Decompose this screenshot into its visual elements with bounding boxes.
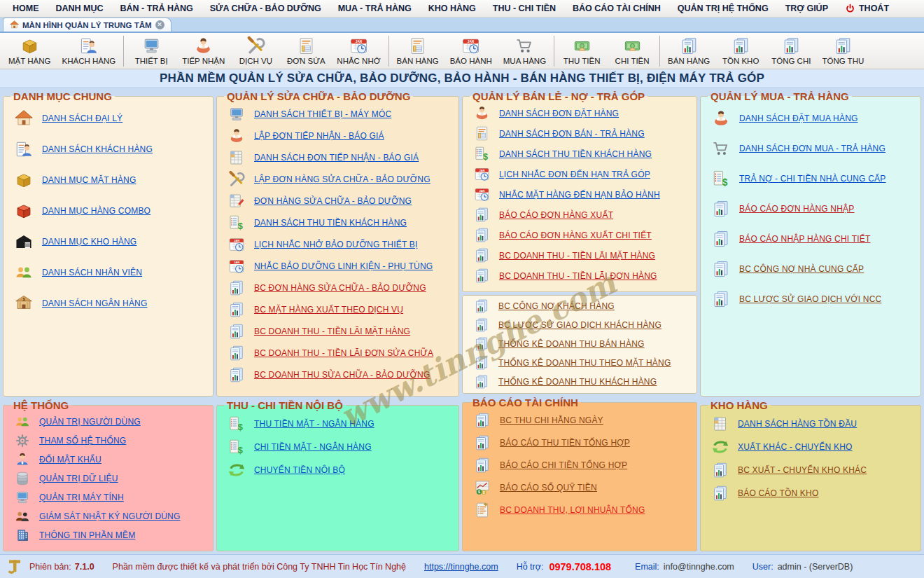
link-bao-cao-nhap-hang-chi-tiet[interactable]: BÁO CÁO NHẬP HÀNG CHI TIẾT: [739, 234, 870, 244]
link-thong-ke-doanh-thu-theo-mat-hang[interactable]: THỐNG KÊ DOANH THU THEO MẶT HÀNG: [498, 358, 671, 368]
link-danh-sach-ngan-hang[interactable]: DANH SÁCH NGÂN HÀNG: [42, 298, 147, 308]
link-danh-sach-thiet-bi-may-moc[interactable]: DANH SÁCH THIẾT BỊ - MÁY MÓC: [254, 109, 391, 119]
toolbar-button-thu-tien[interactable]: THU TIỀN: [556, 34, 607, 68]
link-bc-doanh-thu-tien-lai-don-sua-chua[interactable]: BC DOANH THU - TIỀN LÃI ĐƠN SỬA CHỮA: [254, 348, 433, 358]
toolbar-button-khach-hang[interactable]: KHÁCH HÀNG: [57, 34, 122, 68]
link-danh-sach-thu-tien-khach-hang[interactable]: DANH SÁCH THU TIỀN KHÁCH HÀNG: [254, 218, 407, 228]
menu-item-quan-tri-he-thong[interactable]: QUẢN TRỊ HỆ THỐNG: [669, 0, 777, 17]
link-chuyen-tien-noi-bo[interactable]: CHUYỂN TIỀN NỘI BỘ: [254, 465, 345, 475]
menu-item-home[interactable]: HOME: [4, 0, 48, 17]
toolbar-button-label: MUA HÀNG: [503, 57, 546, 65]
toolbar-button-don-sua[interactable]: ĐƠN SỬA: [281, 34, 331, 68]
link-danh-muc-kho-hang[interactable]: DANH MỤC KHO HÀNG: [42, 237, 136, 247]
link-quan-tri-du-lieu[interactable]: QUẢN TRỊ DỮ LIỆU: [39, 474, 118, 483]
toolbar-button-bao-hanh[interactable]: BẢO HÀNH: [444, 34, 498, 68]
link-nhac-mat-hang-den-han-bao-hanh[interactable]: NHẮC MẶT HÀNG ĐẾN HẠN BẢO HÀNH: [499, 190, 660, 200]
link-bc-cong-no-nha-cung-cap[interactable]: BC CÔNG NỢ NHÀ CUNG CẤP: [739, 264, 864, 274]
menu-item-kho-hang[interactable]: KHO HÀNG: [420, 0, 484, 17]
link-bao-cao-don-hang-xuat[interactable]: BÁO CÁO ĐƠN HÀNG XUẤT: [499, 210, 613, 220]
menu-item-tro-giup[interactable]: TRỢ GIÚP: [777, 0, 836, 17]
link-bc-doanh-thu-loi-nhuan-tong[interactable]: BC DOANH THU, LỢI NHUẬN TỔNG: [500, 505, 645, 515]
link-danh-sach-dai-ly[interactable]: DANH SÁCH ĐẠI LÝ: [42, 113, 122, 123]
link-bc-don-hang-sua-chua-bao-duong[interactable]: BC ĐƠN HÀNG SỬA CHỮA - BẢO DƯỠNG: [254, 283, 426, 293]
link-bao-cao-thu-tien-tong-hop[interactable]: BÁO CÁO THU TIỀN TỔNG HỢP: [500, 438, 630, 448]
panel-quan-ly-mua-tra-hang: QUẢN LÝ MUA - TRẢ HÀNGDANH SÁCH ĐẶT MUA …: [700, 90, 921, 397]
link-bao-cao-so-quy-tien[interactable]: BÁO CÁO SỔ QUỸ TIỀN: [500, 483, 597, 493]
toolbar-button-ton-kho[interactable]: TỒN KHO: [715, 34, 766, 68]
link-danh-sach-nhan-vien[interactable]: DANH SÁCH NHÂN VIÊN: [42, 268, 142, 277]
link-danh-sach-don-tiep-nhan-bao-gia[interactable]: DANH SÁCH ĐƠN TIẾP NHẬN - BÁO GIÁ: [254, 153, 419, 163]
link-don-hang-sua-chua-bao-duong[interactable]: ĐƠN HÀNG SỬA CHỮA - BẢO DƯỠNG: [254, 196, 412, 206]
link-tham-so-he-thong[interactable]: THAM SỐ HỆ THỐNG: [39, 436, 126, 446]
toolbar-button-mat-hang[interactable]: MẶT HÀNG: [3, 34, 57, 68]
staff-icon: [15, 414, 30, 429]
link-doi-mat-khau[interactable]: ĐỔI MẬT KHẨU: [39, 455, 102, 465]
toolbar-button-mua-hang[interactable]: MUA HÀNG: [498, 34, 552, 68]
link-quan-tri-may-tinh[interactable]: QUẢN TRỊ MÁY TÍNH: [39, 493, 124, 502]
link-lich-nhac-don-den-han-tra-gop[interactable]: LỊCH NHẮC ĐƠN ĐẾN HẠN TRẢ GÓP: [499, 170, 650, 179]
tab-man-hinh-quan-ly-trung-tam[interactable]: MÀN HÌNH QUẢN LÝ TRUNG TÂM ✕: [3, 18, 172, 32]
link-danh-muc-mat-hang[interactable]: DANH MỤC MẶT HÀNG: [42, 175, 136, 185]
menu-link-row: BÁO CÁO TỒN KHO: [706, 481, 918, 504]
menu-item-bao-cao-tai-chinh[interactable]: BÁO CÁO TÀI CHÍNH: [564, 0, 669, 17]
link-chi-tien-mat-ngan-hang[interactable]: CHI TIỀN MẶT - NGÂN HÀNG: [254, 442, 372, 452]
link-bc-doanh-thu-sua-chua-bao-duong[interactable]: BC DOANH THU SỬA CHỮA - BẢO DƯỠNG: [254, 370, 430, 380]
link-bc-xuat-chuyen-kho-khac[interactable]: BC XUẤT - CHUYỂN KHO KHÁC: [738, 465, 867, 475]
toolbar-button-ban-hang[interactable]: BÁN HÀNG: [391, 34, 444, 68]
link-danh-sach-hang-ton-dau[interactable]: DANH SÁCH HÀNG TỒN ĐẦU: [738, 419, 857, 429]
menu-link-row: LỊCH NHẮC NHỞ BẢO DƯỠNG THIẾT BỊ: [223, 233, 456, 255]
toolbar-button-dich-vu[interactable]: DỊCH VỤ: [230, 34, 281, 68]
link-thong-tin-phan-mem[interactable]: THÔNG TIN PHẦN MỀM: [39, 530, 135, 540]
toolbar-button-thiet-bi[interactable]: THIẾT BỊ: [126, 34, 176, 68]
link-thu-tien-mat-ngan-hang[interactable]: THU TIỀN MẶT - NGÂN HÀNG: [254, 419, 374, 429]
panel-thu-chi-tien-noi-bo: THU - CHI TIỀN NỘI BỘTHU TIỀN MẶT - NGÂN…: [216, 399, 459, 551]
link-lap-don-tiep-nhan-bao-gia[interactable]: LẬP ĐƠN TIẾP NHẬN - BÁO GIÁ: [254, 131, 384, 141]
link-nhac-bao-duong-linh-kien-phu-tung[interactable]: NHẮC BẢO DƯỠNG LINH KIỆN - PHỤ TÙNG: [254, 261, 433, 271]
link-bc-cong-no-khach-hang[interactable]: BC CÔNG NỢ KHÁCH HÀNG: [498, 301, 615, 311]
tab-close-icon[interactable]: ✕: [155, 20, 164, 29]
invoice-icon: [408, 36, 427, 55]
link-danh-sach-dat-mua-hang[interactable]: DANH SÁCH ĐẶT MUA HÀNG: [739, 113, 858, 123]
toolbar-button-chi-tien[interactable]: CHI TIỀN: [607, 34, 657, 68]
link-bao-cao-don-hang-xuat-chi-tiet[interactable]: BÁO CÁO ĐƠN HÀNG XUẤT CHI TIẾT: [499, 230, 652, 240]
link-bao-cao-chi-tien-tong-hop[interactable]: BÁO CÁO CHI TIỀN TỔNG HỢP: [500, 460, 627, 470]
toolbar-button-tong-chi[interactable]: TỔNG CHI: [766, 34, 816, 68]
link-danh-muc-hang-combo[interactable]: DANH MỤC HÀNG COMBO: [42, 206, 150, 216]
link-bc-doanh-thu-tien-lai-mat-hang[interactable]: BC DOANH THU - TIỀN LÃI MẶT HÀNG: [499, 251, 655, 261]
link-xuat-khac-chuyen-kho[interactable]: XUẤT KHÁC - CHUYỂN KHO: [738, 442, 853, 452]
link-danh-sach-thu-tien-khach-hang[interactable]: DANH SÁCH THU TIỀN KHÁCH HÀNG: [499, 149, 652, 159]
link-lich-nhac-nho-bao-duong-thiet-bi[interactable]: LỊCH NHẮC NHỞ BẢO DƯỠNG THIẾT BỊ: [254, 240, 417, 249]
link-bc-luoc-su-giao-dich-voi-ncc[interactable]: BC LƯỢC SỬ GIAO DỊCH VỚI NCC: [739, 294, 881, 304]
link-thong-ke-doanh-thu-ban-hang[interactable]: THỐNG KÊ DOANH THU BÁN HÀNG: [498, 339, 645, 349]
menu-item-mua-tra-hang[interactable]: MUA - TRẢ HÀNG: [330, 0, 420, 17]
link-giam-sat-nhat-ky-nguoi-dung[interactable]: GIÁM SÁT NHẬT KÝ NGƯỜI DÙNG: [39, 511, 181, 521]
link-lap-don-hang-sua-chua-bao-duong[interactable]: LẬP ĐƠN HÀNG SỬA CHỮA - BẢO DƯỠNG: [254, 174, 430, 184]
link-bc-thu-chi-hang-ngay[interactable]: BC THU CHI HẰNG NGÀY: [500, 415, 603, 425]
link-danh-sach-khach-hang[interactable]: DANH SÁCH KHÁCH HÀNG: [42, 144, 153, 154]
link-danh-sach-don-mua-tra-hang[interactable]: DANH SÁCH ĐƠN MUA - TRẢ HÀNG: [739, 144, 886, 153]
menu-link-row: DANH SÁCH HÀNG TỒN ĐẦU: [706, 412, 918, 435]
menu-item-danh-muc[interactable]: DANH MỤC: [48, 0, 112, 17]
toolbar-button-tiep-nhan[interactable]: TIẾP NHẬN: [176, 34, 230, 68]
link-thong-ke-doanh-thu-khach-hang[interactable]: THỐNG KÊ DOANH THU KHÁCH HÀNG: [498, 377, 657, 387]
toolbar-button-tong-thu[interactable]: TỔNG THU: [816, 34, 869, 68]
toolbar-button-ban-hang[interactable]: BÁN HÀNG: [662, 34, 715, 68]
menu-link-row: BÁO CÁO CHI TIỀN TỔNG HỢP: [468, 454, 694, 476]
menu-item-sua-chua-bao-duong[interactable]: SỬA CHỮA - BẢO DƯỠNG: [202, 0, 330, 17]
website-link[interactable]: https://tinnghe.com: [424, 562, 498, 572]
toolbar-button-nhac-nho[interactable]: NHẮC NHỞ: [331, 34, 386, 68]
link-bao-cao-don-hang-nhap[interactable]: BÁO CÁO ĐƠN HÀNG NHẬP: [739, 204, 855, 214]
menu-item-ban-tra-hang[interactable]: BÁN - TRẢ HÀNG: [112, 0, 202, 17]
menu-item-thoat[interactable]: THOÁT: [836, 0, 897, 17]
link-tra-no-chi-tien-nha-cung-cap[interactable]: TRẢ NỢ - CHI TIỀN NHÀ CUNG CẤP: [739, 174, 886, 184]
link-bc-doanh-thu-tien-lai-don-hang[interactable]: BC DOANH THU - TIỀN LÃI ĐƠN HÀNG: [499, 271, 657, 281]
menu-link-row: DANH MỤC KHO HÀNG: [9, 226, 210, 257]
link-bc-luoc-su-giao-dich-khach-hang[interactable]: BC LƯỢC SỬ GIAO DỊCH KHÁCH HÀNG: [498, 320, 662, 330]
menu-item-thu-chi-tien[interactable]: THU - CHI TIỀN: [484, 0, 564, 17]
link-danh-sach-don-dat-hang[interactable]: DANH SÁCH ĐƠN ĐẶT HÀNG: [499, 109, 619, 118]
link-quan-tri-nguoi-dung[interactable]: QUẢN TRỊ NGƯỜI DÙNG: [39, 417, 141, 427]
link-danh-sach-don-ban-tra-hang[interactable]: DANH SÁCH ĐƠN BÁN - TRẢ HÀNG: [499, 129, 645, 139]
link-bc-mat-hang-xuat-theo-dich-vu[interactable]: BC MẶT HÀNG XUẤT THEO DỊCH VỤ: [254, 305, 403, 315]
link-bao-cao-ton-kho[interactable]: BÁO CÁO TỒN KHO: [738, 488, 818, 498]
link-bc-doanh-thu-tien-lai-mat-hang[interactable]: BC DOANH THU - TIỀN LÃI MẶT HÀNG: [254, 326, 410, 336]
